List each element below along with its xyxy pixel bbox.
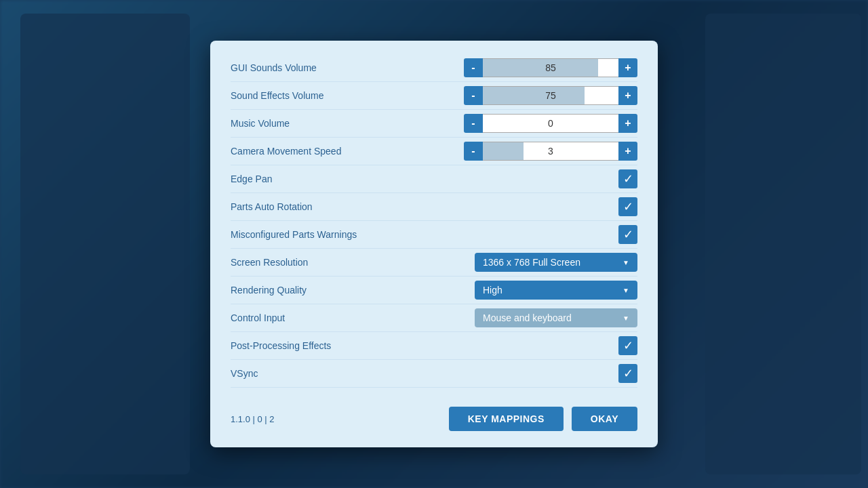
vsync-label: VSync: [231, 368, 618, 379]
control-input-row: Control Input Mouse and keyboard ▼: [231, 304, 637, 332]
music-volume-label: Music Volume: [231, 118, 464, 129]
camera-speed-row: Camera Movement Speed - 3 +: [231, 138, 637, 165]
music-volume-row: Music Volume - 0 +: [231, 110, 637, 138]
okay-button[interactable]: OKAY: [572, 407, 637, 431]
screen-resolution-dropdown[interactable]: 1366 x 768 Full Screen ▼: [475, 253, 637, 272]
gui-sounds-volume-decrease[interactable]: -: [464, 58, 483, 77]
camera-speed-label: Camera Movement Speed: [231, 146, 464, 157]
dialog-overlay: GUI Sounds Volume - 85 + Sound Effects V…: [0, 0, 868, 488]
vsync-check-icon: ✓: [623, 367, 633, 380]
gui-sounds-volume-label: GUI Sounds Volume: [231, 62, 464, 73]
edge-pan-row: Edge Pan ✓: [231, 165, 637, 193]
post-processing-label: Post-Processing Effects: [231, 340, 618, 351]
music-volume-decrease[interactable]: -: [464, 114, 483, 133]
control-input-arrow-icon: ▼: [623, 314, 629, 322]
rendering-quality-arrow-icon: ▼: [623, 287, 629, 294]
edge-pan-label: Edge Pan: [231, 174, 618, 184]
parts-auto-rotation-checkbox[interactable]: ✓: [618, 197, 637, 216]
rendering-quality-row: Rendering Quality High ▼: [231, 277, 637, 304]
sound-effects-volume-decrease[interactable]: -: [464, 86, 483, 105]
misconfigured-warnings-row: Misconfigured Parts Warnings ✓: [231, 221, 637, 249]
sound-effects-volume-value: 75: [483, 90, 618, 101]
music-volume-increase[interactable]: +: [618, 114, 637, 133]
post-processing-row: Post-Processing Effects ✓: [231, 332, 637, 360]
settings-dialog: GUI Sounds Volume - 85 + Sound Effects V…: [210, 41, 658, 447]
sound-effects-volume-label: Sound Effects Volume: [231, 90, 464, 101]
gui-sounds-volume-track: 85: [483, 58, 618, 77]
camera-speed-decrease[interactable]: -: [464, 142, 483, 161]
gui-sounds-volume-control: - 85 +: [464, 58, 637, 77]
sound-effects-volume-track: 75: [483, 86, 618, 105]
camera-speed-increase[interactable]: +: [618, 142, 637, 161]
vsync-row: VSync ✓: [231, 360, 637, 388]
control-input-dropdown[interactable]: Mouse and keyboard ▼: [475, 308, 637, 327]
gui-sounds-volume-increase[interactable]: +: [618, 58, 637, 77]
rendering-quality-value: High: [483, 285, 502, 296]
post-processing-checkbox[interactable]: ✓: [618, 336, 637, 355]
dialog-footer: 1.1.0 | 0 | 2 KEY MAPPINGS OKAY: [231, 399, 637, 431]
screen-resolution-value: 1366 x 768 Full Screen: [483, 257, 580, 268]
vsync-checkbox[interactable]: ✓: [618, 364, 637, 383]
camera-speed-control: - 3 +: [464, 142, 637, 161]
post-processing-check-icon: ✓: [623, 340, 633, 352]
rendering-quality-dropdown[interactable]: High ▼: [475, 281, 637, 300]
edge-pan-checkbox[interactable]: ✓: [618, 169, 637, 188]
sound-effects-volume-increase[interactable]: +: [618, 86, 637, 105]
parts-auto-rotation-row: Parts Auto Rotation ✓: [231, 193, 637, 221]
footer-buttons: KEY MAPPINGS OKAY: [449, 407, 637, 431]
music-volume-control: - 0 +: [464, 114, 637, 133]
music-volume-track: 0: [483, 114, 618, 133]
sound-effects-volume-row: Sound Effects Volume - 75 +: [231, 82, 637, 110]
key-mappings-button[interactable]: KEY MAPPINGS: [449, 407, 564, 431]
edge-pan-check-icon: ✓: [623, 173, 633, 185]
misconfigured-warnings-check-icon: ✓: [623, 228, 633, 241]
screen-resolution-label: Screen Resolution: [231, 257, 475, 268]
version-text: 1.1.0 | 0 | 2: [231, 414, 275, 424]
misconfigured-warnings-label: Misconfigured Parts Warnings: [231, 229, 618, 240]
camera-speed-value: 3: [483, 146, 618, 157]
misconfigured-warnings-checkbox[interactable]: ✓: [618, 225, 637, 244]
parts-auto-rotation-check-icon: ✓: [623, 201, 633, 213]
music-volume-value: 0: [483, 118, 618, 129]
sound-effects-volume-control: - 75 +: [464, 86, 637, 105]
gui-sounds-volume-row: GUI Sounds Volume - 85 +: [231, 54, 637, 82]
rendering-quality-label: Rendering Quality: [231, 285, 475, 296]
screen-resolution-arrow-icon: ▼: [623, 259, 629, 266]
parts-auto-rotation-label: Parts Auto Rotation: [231, 201, 618, 212]
screen-resolution-row: Screen Resolution 1366 x 768 Full Screen…: [231, 249, 637, 277]
control-input-label: Control Input: [231, 312, 475, 323]
gui-sounds-volume-value: 85: [483, 62, 618, 73]
camera-speed-track: 3: [483, 142, 618, 161]
control-input-value: Mouse and keyboard: [483, 312, 572, 323]
